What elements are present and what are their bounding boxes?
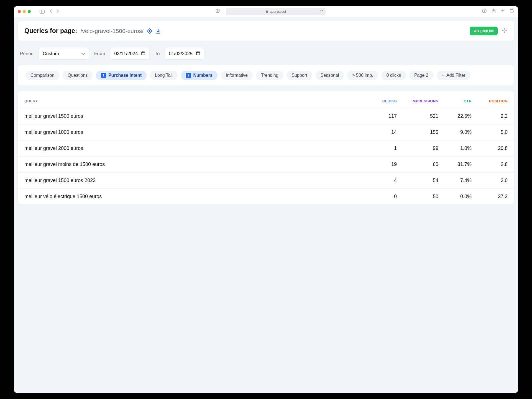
col-query[interactable]: QUERY bbox=[24, 99, 355, 103]
cell-query: meilleur gravel 1000 euros bbox=[24, 129, 355, 135]
chevron-down-icon bbox=[81, 51, 85, 57]
diamond-icon[interactable] bbox=[147, 28, 152, 34]
cell-query: meilleur gravel moins de 1500 euros bbox=[24, 162, 355, 167]
filter-chip[interactable]: 2Numbers bbox=[181, 71, 218, 80]
maximize-window-icon[interactable] bbox=[28, 10, 31, 13]
filter-chip[interactable]: Informative bbox=[221, 71, 253, 80]
table-header: QUERY CLICKS IMPRESSIONS CTR POSITION bbox=[18, 91, 355, 108]
minimize-window-icon[interactable] bbox=[23, 10, 26, 13]
filter-chip[interactable]: Questions bbox=[63, 71, 93, 80]
filter-badge: 2 bbox=[186, 73, 191, 78]
filter-label: Purchase Intent bbox=[108, 73, 142, 78]
filter-chip[interactable]: Support bbox=[287, 71, 312, 80]
to-date-value: 01/02/2025 bbox=[169, 51, 192, 57]
filter-chip[interactable]: 1Purchase Intent bbox=[96, 71, 147, 80]
from-date-input[interactable]: 02/11/2024 bbox=[110, 48, 150, 60]
filter-label: Long Tail bbox=[155, 73, 173, 78]
cell-query: meilleur gravel 1500 euros 2023 bbox=[24, 178, 355, 183]
filter-label: Trending bbox=[261, 73, 278, 78]
url-host: queryscout bbox=[270, 10, 286, 14]
svg-rect-2 bbox=[266, 11, 268, 13]
table-row[interactable]: meilleur vélo électrique 1500 euros0500.… bbox=[18, 188, 355, 204]
table-row[interactable]: meilleur gravel 1500 euros 20234547.4%2.… bbox=[18, 172, 355, 188]
calendar-icon bbox=[196, 51, 200, 57]
browser-window: queryscout Queries for page: /velo-grave… bbox=[14, 6, 355, 266]
filter-label: Support bbox=[292, 73, 307, 78]
filter-label: Numbers bbox=[193, 73, 212, 78]
svg-rect-9 bbox=[142, 52, 145, 55]
calendar-icon bbox=[141, 51, 145, 57]
to-label: To bbox=[155, 51, 160, 57]
nav-back-icon[interactable] bbox=[50, 9, 52, 14]
cell-query: meilleur gravel 1500 euros bbox=[24, 113, 355, 119]
privacy-shield-icon[interactable] bbox=[216, 9, 220, 14]
filter-chip[interactable]: Comparison bbox=[25, 71, 59, 80]
filters-card: ComparisonQuestions1Purchase IntentLong … bbox=[18, 65, 355, 86]
filter-label: Informative bbox=[226, 73, 248, 78]
filter-badge: 1 bbox=[101, 73, 106, 78]
lock-icon bbox=[265, 10, 268, 13]
from-label: From bbox=[94, 51, 105, 57]
from-date-value: 02/11/2024 bbox=[114, 51, 138, 57]
period-controls: Period Custom From 02/11/2024 To 01/02/2… bbox=[18, 46, 355, 65]
close-window-icon[interactable] bbox=[18, 10, 21, 13]
window-controls bbox=[18, 10, 31, 13]
url-bar[interactable]: queryscout bbox=[226, 8, 326, 15]
table-row[interactable]: meilleur gravel moins de 1500 euros19603… bbox=[18, 156, 355, 172]
cell-query: meilleur vélo électrique 1500 euros bbox=[24, 194, 355, 200]
period-preset-value: Custom bbox=[43, 51, 59, 57]
svg-rect-0 bbox=[40, 10, 44, 13]
nav-forward-icon[interactable] bbox=[56, 9, 59, 14]
cell-query: meilleur gravel 2000 euros bbox=[24, 145, 355, 151]
filter-label: > 500 imp. bbox=[352, 73, 355, 78]
period-label: Period bbox=[20, 51, 34, 57]
table-row[interactable]: meilleur gravel 2000 euros1991.0%20.8 bbox=[18, 140, 355, 156]
table-row[interactable]: meilleur gravel 1000 euros141559.0%5.0 bbox=[18, 124, 355, 140]
reload-icon[interactable] bbox=[320, 9, 323, 14]
filter-chip[interactable]: Long Tail bbox=[150, 71, 178, 80]
sidebar-toggle-icon[interactable] bbox=[40, 10, 45, 14]
browser-chrome: queryscout bbox=[14, 6, 355, 17]
period-preset-select[interactable]: Custom bbox=[39, 48, 89, 60]
table-row[interactable]: meilleur gravel 1500 euros11752122.5%2.2 bbox=[18, 108, 355, 124]
filter-chip[interactable]: > 500 imp. bbox=[347, 71, 355, 80]
page-header: Queries for page: /velo-gravel-1500-euro… bbox=[18, 21, 355, 41]
page-path: /velo-gravel-1500-euros/ bbox=[80, 28, 144, 34]
filter-label: Questions bbox=[68, 73, 88, 78]
filter-chip[interactable]: Trending bbox=[256, 71, 283, 80]
page-title: Queries for page: bbox=[24, 27, 77, 35]
queries-table: QUERY CLICKS IMPRESSIONS CTR POSITION me… bbox=[18, 91, 355, 204]
filter-label: Seasonal bbox=[321, 73, 339, 78]
download-icon[interactable] bbox=[156, 28, 161, 34]
svg-point-7 bbox=[149, 30, 150, 32]
svg-rect-10 bbox=[196, 52, 200, 55]
filter-chip[interactable]: Seasonal bbox=[316, 71, 344, 80]
app-body: Queries for page: /velo-gravel-1500-euro… bbox=[14, 17, 355, 266]
filter-label: Comparison bbox=[30, 73, 54, 78]
to-date-input[interactable]: 01/02/2025 bbox=[165, 48, 204, 60]
